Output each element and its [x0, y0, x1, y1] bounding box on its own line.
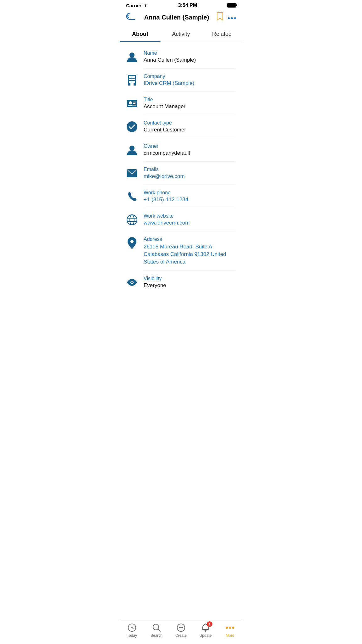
svg-rect-6	[131, 76, 133, 78]
field-emails-label: Emails	[144, 167, 185, 172]
field-owner-label: Owner	[144, 143, 190, 149]
field-work-website-value[interactable]: www.idrivecrm.com	[144, 220, 189, 226]
svg-point-2	[234, 17, 236, 19]
svg-rect-14	[130, 83, 134, 86]
svg-point-16	[129, 101, 132, 104]
page-title: Anna Cullen (Sample)	[144, 14, 209, 21]
person-icon	[126, 51, 138, 63]
more-options-icon[interactable]	[228, 14, 236, 21]
svg-rect-9	[131, 79, 133, 80]
check-circle-icon	[126, 121, 138, 133]
header-actions	[217, 12, 236, 23]
field-title-value: Account Manager	[144, 103, 185, 110]
field-owner-value: crmcompanydefault	[144, 150, 190, 156]
field-title-label: Title	[144, 97, 185, 103]
field-company-label: Company	[144, 74, 195, 79]
tab-related[interactable]: Related	[201, 26, 242, 42]
back-arrow-icon[interactable]	[126, 12, 137, 23]
tab-activity[interactable]: Activity	[161, 26, 201, 42]
building-icon	[126, 74, 138, 86]
field-visibility-content: Visibility Everyone	[144, 276, 166, 289]
field-contact-type-content: Contact type Current Customer	[144, 120, 186, 133]
field-address-content: Address 26115 Mureau Road, Suite A Calab…	[144, 236, 236, 265]
field-address-label: Address	[144, 236, 236, 242]
svg-point-28	[130, 240, 134, 243]
field-owner-content: Owner crmcompanydefault	[144, 143, 190, 156]
pin-icon	[126, 237, 138, 249]
time-label: 3:54 PM	[178, 3, 197, 8]
svg-point-1	[231, 17, 233, 19]
svg-point-30	[131, 281, 133, 283]
field-work-phone-label: Work phone	[144, 190, 188, 196]
svg-rect-11	[129, 81, 131, 83]
wifi-icon	[143, 3, 148, 7]
field-work-website: Work website www.idrivecrm.com	[120, 208, 242, 231]
field-emails-value[interactable]: mike@idrive.com	[144, 173, 185, 180]
field-contact-type: Contact type Current Customer	[120, 115, 242, 138]
svg-rect-13	[133, 81, 135, 83]
svg-point-25	[130, 215, 134, 225]
field-work-website-content: Work website www.idrivecrm.com	[144, 213, 189, 226]
field-emails: Emails mike@idrive.com	[120, 162, 242, 185]
svg-rect-12	[131, 81, 133, 83]
field-name-content: Name Anna Cullen (Sample)	[144, 50, 196, 63]
field-company: Company IDrive CRM (Sample)	[120, 69, 242, 92]
svg-rect-20	[133, 105, 136, 106]
globe-icon	[126, 214, 138, 226]
field-work-phone-value[interactable]: +1-(815)-112-1234	[144, 197, 188, 203]
owner-person-icon	[126, 144, 138, 156]
about-content: Name Anna Cullen (Sample) Company ID	[120, 42, 242, 322]
field-contact-type-value: Current Customer	[144, 127, 186, 133]
field-visibility-label: Visibility	[144, 276, 166, 281]
status-bar: Carrier 3:54 PM	[120, 0, 242, 9]
field-work-website-label: Work website	[144, 213, 189, 219]
svg-rect-8	[129, 79, 131, 80]
carrier-info: Carrier	[126, 3, 148, 8]
svg-point-24	[127, 215, 137, 225]
field-work-phone-content: Work phone +1-(815)-112-1234	[144, 190, 188, 203]
field-emails-content: Emails mike@idrive.com	[144, 167, 185, 180]
tab-about[interactable]: About	[120, 26, 161, 42]
field-title: Title Account Manager	[120, 92, 242, 115]
header: Anna Cullen (Sample)	[120, 9, 242, 26]
field-work-phone: Work phone +1-(815)-112-1234	[120, 185, 242, 208]
svg-rect-5	[129, 76, 131, 78]
field-visibility: Visibility Everyone	[120, 271, 242, 294]
svg-rect-18	[133, 102, 136, 103]
phone-icon	[126, 191, 138, 203]
field-company-value[interactable]: IDrive CRM (Sample)	[144, 80, 195, 86]
email-icon	[126, 167, 138, 179]
svg-point-21	[127, 121, 137, 132]
svg-rect-19	[133, 103, 135, 104]
tabs-container: About Activity Related	[120, 26, 242, 42]
battery-container	[227, 3, 236, 8]
field-title-content: Title Account Manager	[144, 97, 185, 110]
field-contact-type-label: Contact type	[144, 120, 186, 126]
svg-rect-17	[128, 105, 133, 106]
carrier-label: Carrier	[126, 3, 141, 8]
svg-rect-7	[133, 76, 135, 78]
field-owner: Owner crmcompanydefault	[120, 138, 242, 161]
svg-point-0	[228, 17, 230, 19]
field-address: Address 26115 Mureau Road, Suite A Calab…	[120, 231, 242, 270]
field-name: Name Anna Cullen (Sample)	[120, 45, 242, 68]
field-visibility-value: Everyone	[144, 282, 166, 289]
svg-point-22	[129, 146, 134, 151]
field-address-value[interactable]: 26115 Mureau Road, Suite A Calabasas Cal…	[144, 243, 236, 265]
eye-icon	[126, 276, 138, 288]
bookmark-icon[interactable]	[217, 12, 223, 23]
field-company-content: Company IDrive CRM (Sample)	[144, 74, 195, 86]
field-name-value: Anna Cullen (Sample)	[144, 57, 196, 63]
id-card-icon	[126, 97, 138, 109]
svg-point-3	[129, 53, 134, 58]
field-name-label: Name	[144, 50, 196, 56]
svg-rect-10	[133, 79, 135, 80]
